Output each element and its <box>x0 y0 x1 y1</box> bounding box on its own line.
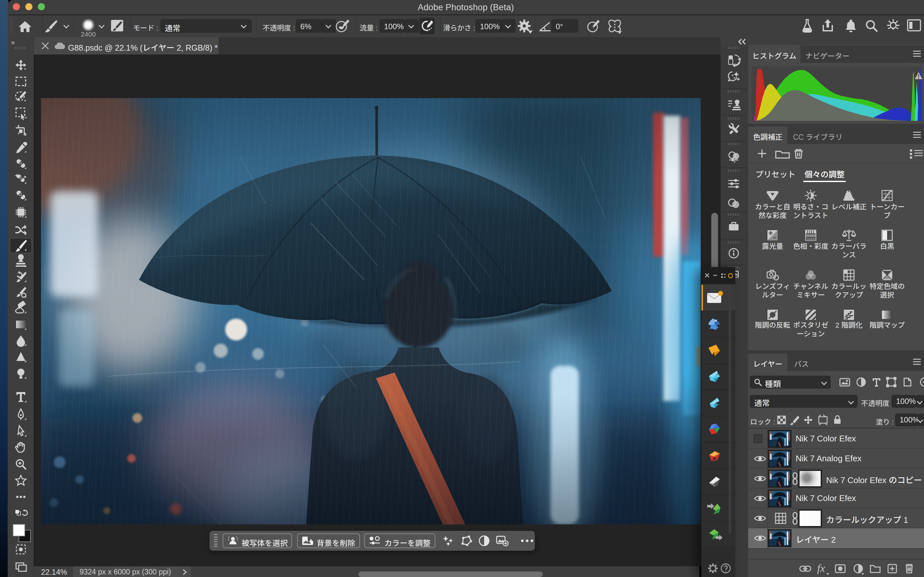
svg-text:fx: fx <box>817 562 825 574</box>
